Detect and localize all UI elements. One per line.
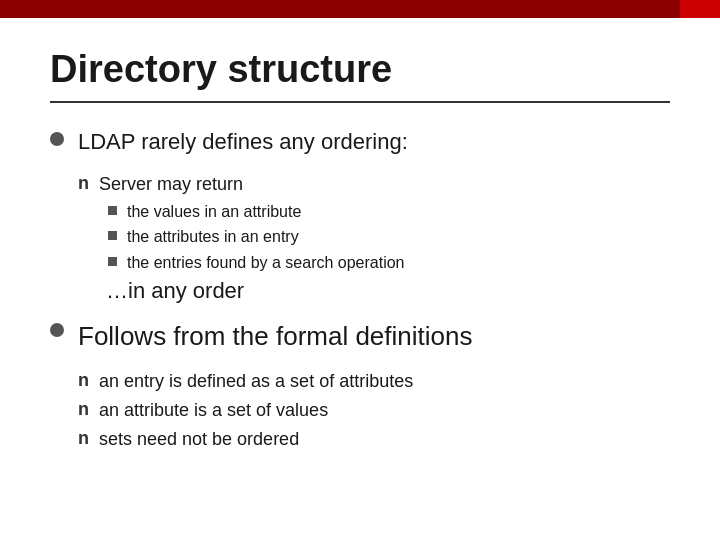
bullet-2-sub-3-text: sets need not be ordered	[99, 427, 299, 452]
sq-item-2: the attributes in an entry	[108, 226, 670, 248]
sq-item-3: the entries found by a search operation	[108, 252, 670, 274]
slide-content: Directory structure LDAP rarely defines …	[0, 18, 720, 482]
ellipsis-any-order: …in any order	[106, 278, 670, 304]
sq-text-2: the attributes in an entry	[127, 226, 299, 248]
bullet-2-text: Follows from the formal definitions	[78, 318, 472, 354]
bullet-2-sub-2-marker: n	[78, 399, 89, 420]
top-bar	[0, 0, 720, 18]
bullet-2-sub: n an entry is defined as a set of attrib…	[78, 369, 670, 453]
slide: Directory structure LDAP rarely defines …	[0, 0, 720, 540]
bullet-2-sub-3: n sets need not be ordered	[78, 427, 670, 452]
bullet-2-sub-1: n an entry is defined as a set of attrib…	[78, 369, 670, 394]
bullet-1-sub-1-marker: n	[78, 173, 89, 194]
bullet-2-sub-3-marker: n	[78, 428, 89, 449]
sq-item-1: the values in an attribute	[108, 201, 670, 223]
sq-marker-2	[108, 231, 117, 240]
bullet-section-2: Follows from the formal definitions n an…	[50, 318, 670, 452]
corner-box	[680, 0, 720, 18]
title-divider	[50, 101, 670, 103]
bullet-1-text: LDAP rarely defines any ordering:	[78, 127, 408, 158]
bullet-2-sub-1-marker: n	[78, 370, 89, 391]
bullet-1-sub-1-subsub: the values in an attribute the attribute…	[108, 201, 670, 274]
bullet-2-sub-2-text: an attribute is a set of values	[99, 398, 328, 423]
sq-marker-1	[108, 206, 117, 215]
bullet-2-text-span: Follows from the formal definitions	[78, 321, 472, 351]
bullet-1-sub-1-text: Server may return	[99, 172, 243, 197]
bullet-2: Follows from the formal definitions	[50, 318, 670, 354]
sq-text-3: the entries found by a search operation	[127, 252, 405, 274]
bullet-1-sub-1: n Server may return	[78, 172, 670, 197]
bullet-2-sub-2: n an attribute is a set of values	[78, 398, 670, 423]
bullet-1-marker	[50, 132, 64, 146]
sq-marker-3	[108, 257, 117, 266]
bullet-2-sub-1-text: an entry is defined as a set of attribut…	[99, 369, 413, 394]
sq-text-1: the values in an attribute	[127, 201, 301, 223]
slide-title: Directory structure	[50, 48, 670, 91]
bullet-2-marker	[50, 323, 64, 337]
bullet-section-1: LDAP rarely defines any ordering: n Serv…	[50, 127, 670, 304]
bullet-1-sub: n Server may return the values in an att…	[78, 172, 670, 304]
bullet-1: LDAP rarely defines any ordering:	[50, 127, 670, 158]
